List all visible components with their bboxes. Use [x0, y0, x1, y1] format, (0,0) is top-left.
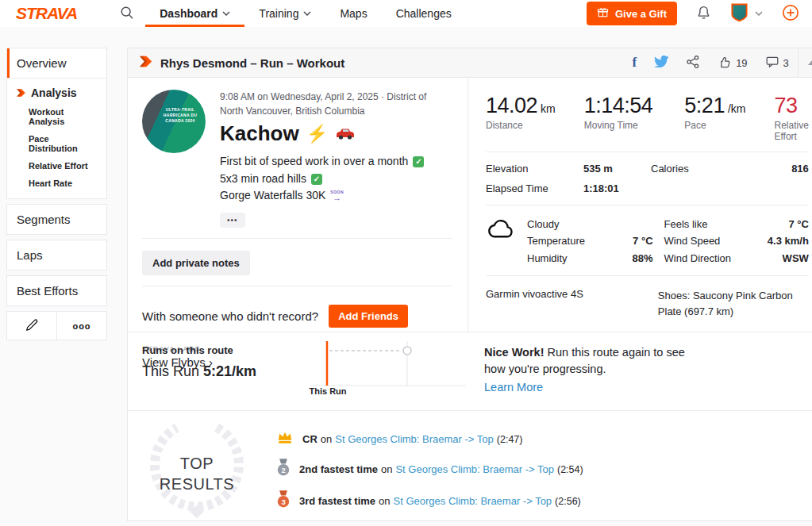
- sidebar-item-best-efforts[interactable]: Best Efforts: [7, 276, 106, 305]
- run-chevron-icon: [17, 88, 26, 98]
- gift-icon: [597, 6, 609, 21]
- facebook-icon: f: [632, 55, 637, 71]
- crown-icon: [276, 430, 294, 448]
- segment-time: (2:47): [497, 434, 523, 445]
- top-result-row: CR on St Georges Climb: Braemar -> Top (…: [276, 430, 583, 448]
- stat-label: Elapsed Time: [486, 182, 583, 194]
- plus-circle-icon: [782, 4, 799, 24]
- profile-menu[interactable]: [730, 2, 763, 25]
- learn-more-link[interactable]: Learn More: [484, 379, 543, 396]
- top-results-list: CR on St Georges Climb: Braemar -> Top (…: [276, 430, 583, 526]
- nav-item-maps[interactable]: Maps: [325, 0, 381, 27]
- sidebar-item-relative-effort[interactable]: Relative Effort: [29, 161, 97, 171]
- add-private-notes-button[interactable]: Add private notes: [142, 251, 250, 275]
- athlete-avatar[interactable]: ULTRA-TRAIL HARRICANA DU CANADA 2024: [142, 90, 206, 153]
- give-a-gift-label: Give a Gift: [615, 8, 667, 20]
- divider: [142, 286, 452, 286]
- description-line: Gorge Waterfalls 30K SOON→: [220, 187, 452, 205]
- give-a-gift-button[interactable]: Give a Gift: [587, 2, 677, 25]
- nice-work-message: Nice Work! Run this route again to see h…: [484, 332, 698, 410]
- avatar: [730, 2, 749, 25]
- comments-button[interactable]: 3: [756, 48, 798, 77]
- top-result-row: 2 2nd fastest time on St Georges Climb: …: [276, 459, 583, 480]
- activity-description: First bit of speed work in over a month …: [220, 153, 452, 205]
- sidebar-item-workout-analysis[interactable]: Workout Analysis: [29, 107, 97, 126]
- sidebar-item-pace-distribution[interactable]: Pace Distribution: [29, 134, 97, 153]
- description-line: First bit of speed work in over a month …: [220, 153, 452, 171]
- thumbs-up-icon: [718, 55, 732, 71]
- segment-time: (2:54): [557, 464, 583, 475]
- share-button[interactable]: [677, 48, 709, 77]
- description-line: 5x3 min road hills ✓: [220, 171, 452, 188]
- collapse-header-button[interactable]: [798, 48, 812, 77]
- activity-details-column: ULTRA-TRAIL HARRICANA DU CANADA 2024 9:0…: [128, 78, 468, 332]
- nav-item-label: Training: [259, 7, 298, 20]
- bronze-medal-icon: 3: [276, 490, 291, 512]
- kudos-button[interactable]: 19: [709, 48, 756, 77]
- avatar-badge-text: ULTRA-TRAIL HARRICANA DU CANADA 2024: [160, 107, 201, 124]
- nav-item-challenges[interactable]: Challenges: [382, 0, 466, 27]
- segment-link[interactable]: St Georges Climb: Braemar -> Top: [394, 495, 552, 507]
- stat-pace: 5:21/km Pace: [684, 94, 745, 142]
- svg-text:2: 2: [281, 466, 285, 474]
- stat-relative-effort[interactable]: 73 Relative Effort: [774, 94, 808, 142]
- more-options-button[interactable]: ooo: [56, 312, 106, 340]
- cloud-icon: [486, 218, 516, 267]
- share-icon: [686, 55, 700, 71]
- sidebar-item-label: Analysis: [31, 86, 77, 99]
- sidebar-item-label: Laps: [17, 248, 43, 262]
- stat-label: Elevation: [486, 163, 583, 175]
- notifications-button[interactable]: [696, 5, 711, 23]
- activity-summary-section: ULTRA-TRAIL HARRICANA DU CANADA 2024 9:0…: [128, 78, 812, 332]
- show-more-button[interactable]: •••: [220, 213, 245, 228]
- segment-link[interactable]: St Georges Climb: Braemar -> Top: [395, 463, 554, 475]
- weather-condition: Cloudy: [527, 216, 559, 232]
- sidebar-item-label: Best Efforts: [17, 284, 78, 298]
- add-friends-button[interactable]: Add Friends: [329, 305, 408, 328]
- sidebar-item-segments[interactable]: Segments: [7, 205, 106, 234]
- top-results-wreath: TOP RESULTS: [141, 418, 252, 526]
- activity-header: Rhys Desmond – Run – Workout f: [128, 48, 812, 78]
- lightning-icon: ⚡: [306, 124, 328, 144]
- edit-activity-button[interactable]: [7, 312, 56, 340]
- sidebar-item-analysis[interactable]: Analysis: [17, 86, 97, 99]
- description-text: 5x3 min road hills: [220, 171, 306, 188]
- add-activity-button[interactable]: [782, 4, 799, 24]
- collapse-arrow-icon: [808, 60, 812, 65]
- route-pace-chart[interactable]: This Run: [309, 332, 471, 410]
- chevron-down-icon: [755, 11, 763, 16]
- top-result-row: 3 3rd fastest time on St Georges Climb: …: [276, 490, 583, 512]
- segment-link[interactable]: St Georges Climb: Braemar -> Top: [335, 433, 494, 445]
- segment-time: (2:56): [555, 496, 581, 507]
- stat-value: 535 m: [583, 163, 651, 175]
- shoes-name[interactable]: Shoes: Saucony Pink Carbon Plate (697.7 …: [658, 288, 809, 319]
- chart-axis-label: This Run: [309, 386, 347, 396]
- search-button[interactable]: [109, 0, 145, 27]
- soon-arrow-icon: SOON→: [330, 190, 344, 202]
- pencil-icon: [25, 317, 39, 334]
- activity-sidebar: Overview Analysis Workout Analysis Pace …: [6, 48, 107, 521]
- share-twitter-button[interactable]: [645, 48, 677, 77]
- twitter-icon: [654, 56, 668, 70]
- friends-prompt: With someone who didn't record?: [142, 309, 318, 323]
- nav-item-label: Maps: [340, 7, 367, 20]
- strava-logo[interactable]: STRAVA: [16, 0, 77, 27]
- nav-item-label: Dashboard: [160, 7, 217, 20]
- share-facebook-button[interactable]: f: [623, 48, 645, 77]
- weather-right: Feels like7 °C Wind Speed4.3 km/h Wind D…: [664, 216, 809, 267]
- sidebar-item-overview[interactable]: Overview: [7, 48, 106, 78]
- secondary-stats: Elevation 535 m Calories 816 Elapsed Tim…: [486, 152, 809, 205]
- nav-item-label: Challenges: [396, 7, 452, 20]
- sidebar-item-label: Segments: [17, 213, 71, 226]
- weather-panel: Cloudy Temperature7 °C Humidity88% Feels…: [486, 205, 809, 275]
- chevron-down-icon: [222, 11, 230, 16]
- check-icon: ✓: [311, 174, 322, 185]
- nav-item-training[interactable]: Training: [244, 0, 325, 27]
- stat-value: 1:18:01: [583, 182, 651, 194]
- activity-stats-column: 14.02km Distance 1:14:54 Moving Time 5:2…: [468, 78, 812, 332]
- sidebar-item-heart-rate[interactable]: Heart Rate: [29, 179, 97, 188]
- activity-date-location: 9:08 AM on Wednesday, April 2, 2025 · Di…: [220, 90, 452, 118]
- sidebar-item-laps[interactable]: Laps: [7, 240, 106, 270]
- nav-item-dashboard[interactable]: Dashboard: [145, 0, 244, 27]
- more-options-icon: ooo: [72, 321, 90, 331]
